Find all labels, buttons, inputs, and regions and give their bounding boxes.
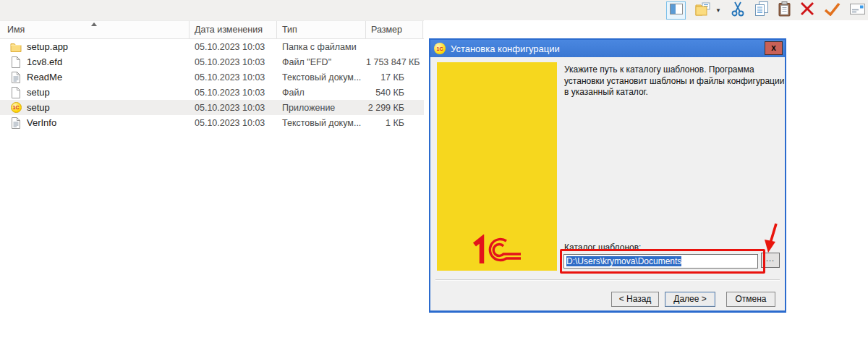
file-size: 1 753 847 КБ [366, 57, 423, 67]
file-date: 05.10.2023 10:03 [190, 42, 277, 52]
dialog-title: Установка конфигурации [451, 43, 560, 54]
paste-button[interactable] [778, 1, 791, 20]
selected-text: D:\Users\krymova\Documents [566, 256, 681, 266]
toolbar: ▼ [0, 0, 868, 20]
table-row[interactable]: 1cv8.efd 05.10.2023 10:03 Файл "EFD" 1 7… [0, 54, 424, 69]
chevron-down-icon: ▼ [715, 7, 721, 14]
dialog-separator [435, 279, 780, 281]
preview-pane-icon [670, 4, 683, 17]
clipboard-icon [778, 1, 791, 20]
1c-app-icon: 1С [434, 43, 446, 54]
file-date: 05.10.2023 10:03 [190, 118, 277, 128]
copy-button[interactable] [754, 1, 769, 20]
template-dir-input[interactable]: D:\Users\krymova\Documents [563, 254, 758, 269]
template-dir-label: Каталог шаблонов: [564, 242, 641, 253]
file-size: 540 КБ [366, 88, 423, 98]
column-header-date[interactable]: Дата изменения [190, 21, 277, 38]
cancel-button[interactable]: Отмена [726, 292, 775, 307]
scissors-icon [731, 1, 745, 20]
file-list-header: Имя Дата изменения Тип Размер [0, 20, 424, 39]
file-size: 17 КБ [366, 72, 423, 83]
file-icon [10, 87, 22, 98]
sort-ascending-icon [91, 22, 97, 26]
table-row[interactable]: setup.app 05.10.2023 10:03 Папка с файла… [0, 39, 424, 54]
file-list: Имя Дата изменения Тип Размер setup.app … [0, 20, 424, 130]
new-folder-button[interactable]: ▼ [695, 1, 721, 20]
file-size: 1 КБ [366, 118, 423, 128]
file-type: Текстовый докум... [277, 72, 366, 83]
details-window-icon [850, 4, 865, 17]
apply-button[interactable] [824, 1, 841, 20]
cut-button[interactable] [731, 1, 745, 20]
file-name: setup [27, 102, 50, 113]
file-name: setup.app [27, 41, 68, 52]
table-row-selected[interactable]: 1С setup 05.10.2023 10:03 Приложение 2 2… [0, 100, 424, 115]
folder-icon [10, 41, 22, 53]
dialog-titlebar[interactable]: 1С Установка конфигурации [430, 40, 785, 57]
file-date: 05.10.2023 10:03 [190, 103, 277, 113]
preview-pane-toggle-button[interactable] [666, 1, 686, 20]
file-rows: setup.app 05.10.2023 10:03 Папка с файла… [0, 39, 424, 130]
file-type: Файл "EFD" [277, 57, 366, 67]
text-file-icon [10, 72, 22, 83]
delete-x-icon [800, 1, 814, 19]
new-folder-icon [695, 2, 713, 19]
1c-logo [467, 235, 522, 265]
screen: ▼ [0, 0, 868, 338]
file-name: VerInfo [27, 117, 56, 128]
file-name: setup [27, 87, 50, 98]
file-type: Папка с файлами [277, 42, 366, 52]
annotation-arrow-icon [757, 222, 785, 255]
file-type: Текстовый докум... [277, 118, 366, 128]
toolbar-icon-group: ▼ [666, 0, 865, 20]
1c-app-icon: 1С [10, 102, 22, 114]
browse-button[interactable]: ... [761, 253, 780, 268]
dialog-description: Укажите путь к каталогу шаблонов. Програ… [564, 64, 786, 98]
table-row[interactable]: ReadMe 05.10.2023 10:03 Текстовый докум.… [0, 69, 424, 85]
text-file-icon [10, 117, 22, 129]
copy-icon [754, 1, 769, 20]
column-header-name-label: Имя [7, 25, 25, 35]
wizard-branding-panel [437, 62, 557, 271]
close-button[interactable]: x [765, 41, 783, 55]
table-row[interactable]: setup 05.10.2023 10:03 Файл 540 КБ [0, 85, 424, 100]
details-button[interactable] [850, 1, 865, 20]
file-size: 2 299 КБ [366, 103, 423, 113]
file-icon [10, 56, 22, 68]
delete-button[interactable] [800, 1, 814, 20]
column-header-type[interactable]: Тип [277, 21, 366, 38]
file-type: Файл [277, 88, 366, 98]
file-name: ReadMe [27, 72, 62, 83]
table-row[interactable]: VerInfo 05.10.2023 10:03 Текстовый докум… [0, 115, 424, 130]
checkmark-icon [824, 2, 841, 19]
file-date: 05.10.2023 10:03 [190, 57, 277, 67]
column-header-name[interactable]: Имя [0, 21, 190, 38]
installer-dialog: 1С Установка конфигурации x Укажите путь… [429, 38, 786, 313]
back-button[interactable]: < Назад [611, 292, 659, 307]
file-date: 05.10.2023 10:03 [190, 88, 277, 98]
column-header-size[interactable]: Размер [366, 21, 423, 38]
file-name: 1cv8.efd [27, 56, 62, 67]
next-button[interactable]: Далее > [665, 292, 715, 307]
file-date: 05.10.2023 10:03 [190, 72, 277, 83]
file-type: Приложение [277, 103, 366, 113]
